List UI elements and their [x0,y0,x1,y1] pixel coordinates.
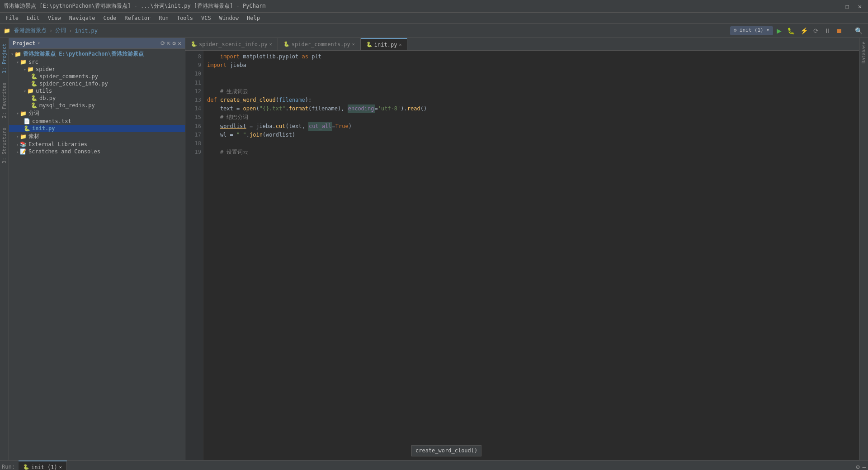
tree-spider[interactable]: ▾ 📁 spider [9,66,185,73]
run-tab-bar: Run: 🐍 init (1) ✕ ⚙ — [0,461,868,470]
app-title: 香港旅游景点 [E:\pythonPachon\香港旅游景点] - ...\分词… [4,2,266,10]
tab-close-spider-scenic[interactable]: ✕ [269,42,272,47]
tree-mysql-redis[interactable]: 🐍 mysql_to_redis.py [9,102,185,109]
menu-vcs[interactable]: VCS [198,14,215,22]
menu-run[interactable]: Run [155,14,172,22]
close-button[interactable]: ✕ [855,3,864,10]
tree-utils[interactable]: ▾ 📁 utils [9,87,185,95]
tree-fenci[interactable]: ▾ 📁 分词 [9,109,185,118]
code-content[interactable]: import matplotlib.pyplot as plt import j… [203,51,859,460]
line-numbers: 8 9 10 11 12 13 14 15 16 17 18 19 [185,51,203,460]
tree-spider-scenic[interactable]: 🐍 spider_scenic_info.py [9,80,185,87]
tree-src[interactable]: ▾ 📁 src [9,58,185,66]
code-editor[interactable]: 8 9 10 11 12 13 14 15 16 17 18 19 import… [185,51,859,460]
menu-view[interactable]: View [44,14,65,22]
toolbar: 📁 香港旅游景点 › 分词 › init.py ⚙ init (1) ▾ ▶ 🐛… [0,24,868,38]
file-tree: ▾ 📁 香港旅游景点 E:\pythonPachon\香港旅游景点 ▾ 📁 sr… [9,49,185,460]
run-button[interactable]: ▶ [775,26,783,35]
project-dropdown[interactable]: ▾ [38,40,41,46]
code-line-15: # 结巴分词 [207,113,855,122]
code-line-18 [207,139,855,148]
menu-bar: File Edit View Navigate Code Refactor Ru… [0,13,868,24]
gear-icon[interactable]: ⚙ [172,40,176,47]
minimize-button[interactable]: — [830,3,839,10]
debug-button[interactable]: 🐛 [785,26,797,35]
code-line-9: import jieba [207,61,855,70]
project-header: Project ▾ ⟳ ⇱ ⚙ ✕ [9,38,185,49]
pause-button[interactable]: ⏸ [822,26,832,35]
menu-navigate[interactable]: Navigate [66,14,99,22]
code-line-14: text = open("{}.txt".format(filename), e… [207,104,855,113]
menu-edit[interactable]: Edit [23,14,43,22]
collapse-icon[interactable]: ⇱ [167,40,171,47]
tab-close-init[interactable]: ✕ [399,42,401,47]
window-controls: — ❐ ✕ [830,3,864,10]
favorites-tab[interactable]: 2: Favorites [0,81,8,120]
right-sidebar: Database [859,38,868,460]
stop-button[interactable]: ⏹ [834,26,844,35]
tab-init-py[interactable]: 🐍 init.py ✕ [361,38,408,50]
structure-tab[interactable]: 3: Structure [0,126,8,165]
menu-tools[interactable]: Tools [173,14,197,22]
bottom-panel: Run: 🐍 init (1) ✕ ⚙ — ↻ ■ ⤓ ≡ ↩ 🖨 📌 🗑 E:… [0,460,868,470]
folder-icon: 📁 [4,28,10,34]
menu-file[interactable]: File [2,14,22,22]
code-line-17: wl = " ".join(wordlist) [207,131,855,139]
project-tab[interactable]: 1: Project [0,42,8,75]
code-line-16: wordlist = jieba.cut(text, cut_all=True) [207,122,855,131]
breadcrumb-file[interactable]: init.py [75,28,98,34]
tree-sucai[interactable]: ▸ 📁 素材 [9,132,185,141]
menu-window[interactable]: Window [216,14,242,22]
project-title: Project [13,40,36,47]
code-tooltip: create_word_cloud() [411,445,481,456]
run-settings-icon[interactable]: ⚙ [856,463,859,470]
run-tab-init[interactable]: 🐍 init (1) ✕ [19,461,67,470]
left-tool-strip: 1: Project 2: Favorites 3: Structure [0,38,9,460]
tab-spider-scenic[interactable]: 🐍 spider_scenic_info.py ✕ [185,38,278,50]
run-tab-close[interactable]: ✕ [59,465,62,470]
main-layout: 1: Project 2: Favorites 3: Structure Pro… [0,38,868,460]
tree-init-py[interactable]: 🐍 init.py [9,125,185,132]
breadcrumb-folder[interactable]: 分词 [55,27,66,34]
run-label: Run: [2,464,15,470]
tab-close-spider-comments[interactable]: ✕ [352,42,355,47]
title-bar: 香港旅游景点 [E:\pythonPachon\香港旅游景点] - ...\分词… [0,0,868,13]
menu-help[interactable]: Help [243,14,264,22]
editor-area: 🐍 spider_scenic_info.py ✕ 🐍 spider_comme… [185,38,859,460]
code-line-10 [207,70,855,78]
tree-scratches[interactable]: ▸ 📝 Scratches and Consoles [9,148,185,155]
code-line-8: import matplotlib.pyplot as plt [207,52,855,61]
tree-spider-comments[interactable]: 🐍 spider_comments.py [9,73,185,80]
rerun-button[interactable]: ⟳ [811,26,821,35]
menu-code[interactable]: Code [100,14,120,22]
panel-close-icon[interactable]: ✕ [178,40,181,47]
project-panel: Project ▾ ⟳ ⇱ ⚙ ✕ ▾ 📁 香港旅游景点 E:\pythonPa… [9,38,185,460]
toolbar-actions: ⚙ init (1) ▾ ▶ 🐛 ⚡ ⟳ ⏸ ⏹ 🔍 [730,26,864,35]
tab-spider-comments[interactable]: 🐍 spider_comments.py ✕ [278,38,361,50]
tree-ext-libs[interactable]: ▸ 📚 External Libraries [9,141,185,148]
code-line-13: def create_word_cloud(filename): [207,96,855,104]
maximize-button[interactable]: ❐ [843,3,852,10]
tab-bar: 🐍 spider_scenic_info.py ✕ 🐍 spider_comme… [185,38,859,51]
code-line-12: # 生成词云 [207,87,855,96]
run-with-coverage[interactable]: ⚡ [798,26,810,35]
code-line-11 [207,79,855,87]
tree-comments-txt[interactable]: 📄 comments.txt [9,118,185,125]
database-tab[interactable]: Database [860,40,867,65]
sync-icon[interactable]: ⟳ [160,40,165,47]
run-minimize-icon[interactable]: — [863,463,866,470]
search-button[interactable]: 🔍 [853,26,864,35]
menu-refactor[interactable]: Refactor [121,14,154,22]
code-line-19: # 设置词云 [207,148,855,157]
breadcrumb-project[interactable]: 香港旅游景点 [14,27,47,34]
tree-db[interactable]: 🐍 db.py [9,95,185,102]
run-config[interactable]: ⚙ init (1) ▾ [730,26,773,35]
tree-root[interactable]: ▾ 📁 香港旅游景点 E:\pythonPachon\香港旅游景点 [9,50,185,58]
